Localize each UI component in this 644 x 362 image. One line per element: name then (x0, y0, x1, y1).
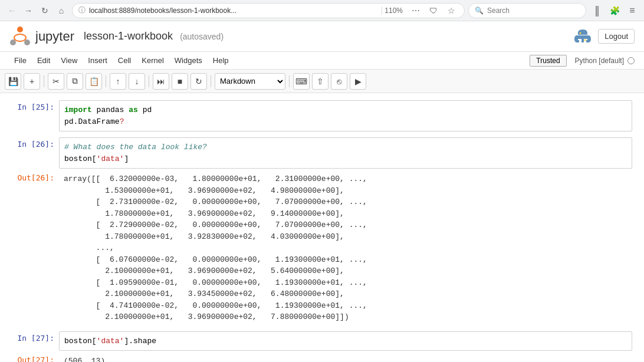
out26-line-6: 1.78000000e+01, 3.92830000e+02, 4.030000… (64, 231, 627, 243)
skip-to-end-button[interactable]: ⏭ (153, 73, 169, 90)
cell-26-line-2: boston['data'] (64, 153, 627, 165)
cell-26-out-content: array([[ 6.32000000e-03, 1.80000000e+01,… (59, 171, 632, 325)
menu-widgets[interactable]: Widgets (170, 54, 207, 67)
menu-cell[interactable]: Cell (113, 54, 136, 67)
notebook-title: lesson-1-workbook (84, 30, 173, 42)
toolbar-separator-2 (106, 75, 106, 87)
out26-line-1: array([[ 6.32000000e-03, 1.80000000e+01,… (64, 173, 627, 185)
address-bar[interactable]: ⓘ localhost:8889/notebooks/lesson-1-work… (72, 3, 465, 18)
cell-27-in-label: In [27]: (0, 331, 59, 351)
info-icon: ⓘ (78, 5, 86, 15)
out26-line-12: [ 4.74100000e-02, 0.00000000e+00, 1.1930… (64, 300, 627, 312)
out26-line-10: [ 1.09590000e-01, 0.00000000e+00, 1.1930… (64, 277, 627, 289)
toolbar-separator-4 (211, 75, 211, 87)
cut-button[interactable]: ✂ (48, 73, 64, 90)
cell-27-out-content: (506, 13) (59, 353, 632, 362)
home-button[interactable]: ⌂ (54, 4, 68, 18)
menu-insert[interactable]: Insert (83, 54, 112, 67)
search-bar[interactable]: 🔍 (468, 3, 586, 18)
jupyter-header: jupyter lesson-1-workbook (autosaved) Lo… (0, 21, 644, 52)
out26-line-9: 2.10000000e+01, 3.96900000e+02, 5.640000… (64, 265, 627, 277)
cell-25-label: In [25]: (0, 100, 59, 131)
add-cell-button[interactable]: + (24, 73, 40, 90)
out26-line-3: [ 2.73100000e-02, 0.00000000e+00, 7.0700… (64, 196, 627, 208)
toolbar-separator-1 (44, 75, 44, 87)
svg-point-0 (17, 27, 23, 32)
widget-button-1[interactable]: ⎋ (331, 73, 347, 90)
search-input[interactable] (487, 6, 570, 15)
cell-27-in: In [27]: boston['data'].shape (0, 330, 644, 353)
cell-26-in-label: In [26]: (0, 137, 59, 169)
cell-27-in-content[interactable]: boston['data'].shape (59, 331, 632, 351)
move-up-button[interactable]: ↑ (110, 73, 126, 90)
save-button[interactable]: 💾 (5, 73, 21, 90)
menu-kernel[interactable]: Kernel (137, 54, 169, 67)
notebook-content: In [25]: import pandas as pd pd.DataFram… (0, 93, 644, 362)
cell-25-line-1: import pandas as pd (64, 104, 627, 116)
out27-line-1: (506, 13) (64, 356, 627, 362)
search-icon: 🔍 (475, 6, 484, 15)
cell-27-out-label: Out[27]: (0, 353, 59, 362)
browser-chrome: ← → ↻ ⌂ ⓘ localhost:8889/notebooks/lesso… (0, 0, 644, 21)
cell-27-out: Out[27]: (506, 13) (0, 352, 644, 362)
svg-point-5 (584, 39, 586, 41)
cell-type-select[interactable]: Markdown Code Raw NBConvert Heading (215, 73, 285, 90)
more-button[interactable]: ⋯ (409, 4, 423, 18)
trusted-button[interactable]: Trusted (530, 55, 566, 67)
jupyter-menubar: File Edit View Insert Cell Kernel Widget… (0, 52, 644, 70)
cell-25-content[interactable]: import pandas as pd pd.DataFrame? (59, 100, 632, 131)
kernel-status-indicator (627, 57, 635, 64)
move-down-button[interactable]: ↓ (129, 73, 145, 90)
menu-file[interactable]: File (9, 54, 31, 67)
toolbar-separator-5 (289, 75, 290, 87)
out26-line-7: ..., (64, 242, 627, 254)
out26-line-2: 1.53000000e+01, 3.96900000e+02, 4.980000… (64, 185, 627, 197)
keyboard-shortcut-button[interactable]: ⌨ (293, 73, 310, 90)
cell-26-out-label: Out[26]: (0, 171, 59, 325)
back-button[interactable]: ← (5, 4, 19, 18)
autosaved-label: (autosaved) (180, 32, 224, 41)
jupyter-right: Logout (573, 27, 635, 46)
kernel-info: Python [default] (575, 57, 635, 65)
kernel-name-label: Python [default] (575, 57, 624, 65)
toolbar-separator-3 (149, 75, 149, 87)
shield-icon[interactable]: 🛡 (426, 4, 441, 18)
upload-button[interactable]: ⇧ (312, 73, 328, 90)
cell-25: In [25]: import pandas as pd pd.DataFram… (0, 99, 644, 133)
svg-point-1 (10, 40, 16, 45)
copy-button[interactable]: ⧉ (67, 73, 83, 90)
cell-26-in-content[interactable]: # What does the data look like? boston['… (59, 137, 632, 169)
jupyter-wordmark: jupyter (35, 29, 74, 44)
jupyter-logo: jupyter lesson-1-workbook (autosaved) (9, 26, 224, 47)
jupyter-toolbar: 💾 + ✂ ⧉ 📋 ↑ ↓ ⏭ ■ ↻ Markdown Code Raw NB… (0, 70, 644, 93)
cell-26-in: In [26]: # What does the data look like?… (0, 136, 644, 170)
menu-view[interactable]: View (56, 54, 82, 67)
python-logo-icon (573, 27, 592, 46)
menu-edit[interactable]: Edit (32, 54, 55, 67)
address-text: localhost:8889/notebooks/lesson-1-workbo… (89, 6, 376, 15)
refresh-button[interactable]: ↻ (38, 4, 52, 18)
library-icon[interactable]: ‖ (590, 4, 604, 18)
paste-button[interactable]: 📋 (86, 73, 102, 90)
svg-point-2 (24, 40, 30, 45)
stop-button[interactable]: ■ (172, 73, 188, 90)
bookmark-icon[interactable]: ☆ (444, 4, 458, 18)
browser-menu-button[interactable]: ≡ (625, 4, 639, 18)
logout-button[interactable]: Logout (598, 29, 635, 44)
svg-point-4 (580, 32, 581, 34)
zoom-badge: 110% (382, 6, 405, 15)
cell-27-line-1: boston['data'].shape (64, 335, 627, 347)
out26-line-13: 2.10000000e+01, 3.96900000e+02, 7.880000… (64, 311, 627, 323)
forward-button[interactable]: → (21, 4, 35, 18)
nav-buttons: ← → ↻ ⌂ (5, 4, 68, 18)
out26-line-4: 1.78000000e+01, 3.96900000e+02, 9.140000… (64, 208, 627, 220)
extension-icon[interactable]: 🧩 (607, 4, 622, 18)
svg-point-3 (14, 34, 26, 41)
out26-line-8: [ 6.07600000e-02, 0.00000000e+00, 1.1930… (64, 254, 627, 266)
widget-button-2[interactable]: ▶ (350, 73, 366, 90)
menu-help[interactable]: Help (208, 54, 234, 67)
out26-line-5: [ 2.72900000e-02, 0.00000000e+00, 7.0700… (64, 219, 627, 231)
jupyter-logo-icon (9, 26, 31, 47)
restart-button[interactable]: ↻ (190, 73, 207, 90)
cell-25-line-2: pd.DataFrame? (64, 116, 627, 128)
